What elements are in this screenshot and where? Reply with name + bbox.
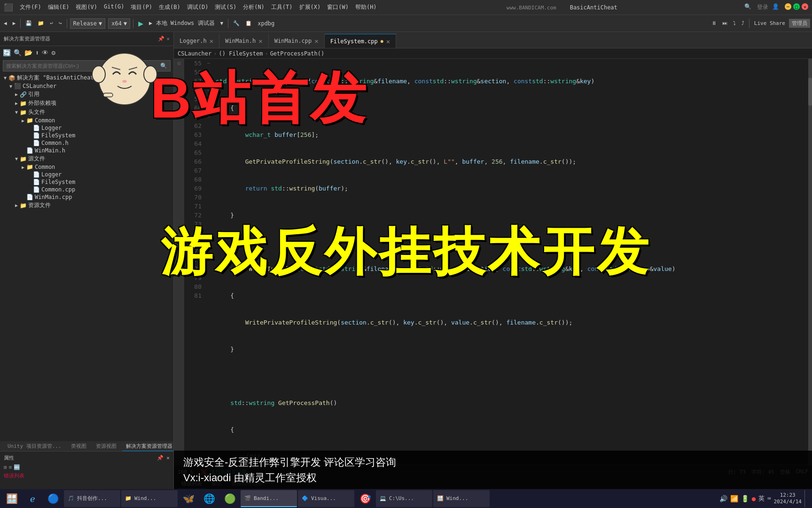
toolbar-step[interactable]: ⏭ <box>720 19 729 27</box>
tab-logger-h[interactable]: Logger.h ✕ <box>174 34 219 48</box>
unity-tab[interactable]: Unity 项目资源管... <box>4 442 65 451</box>
toolbar-pause[interactable]: ⏸ <box>710 19 718 27</box>
breakpoint-area[interactable]: ⊡ <box>178 61 180 66</box>
prop-sort-icon[interactable]: 🔤 <box>14 464 20 470</box>
live-share-btn[interactable]: Live Share <box>752 19 787 27</box>
taskbar-douyin[interactable]: 🎵抖音创作... <box>64 490 120 507</box>
collapse-btn[interactable]: 📂 <box>23 48 33 57</box>
tree-references[interactable]: ▶ 🔗 引用 <box>0 90 173 99</box>
taskbar-bird[interactable]: 🦋 <box>179 490 198 507</box>
menu-test[interactable]: 测试(S) <box>212 2 239 12</box>
toolbar-debug-config[interactable]: ▼ <box>219 19 226 27</box>
tree-source-files[interactable]: ▼ 📁 源文件 <box>0 154 173 163</box>
tree-winmain-cpp[interactable]: 📄 WinMain.cpp <box>0 193 173 201</box>
tree-header-logger[interactable]: 📄 Logger <box>0 124 173 132</box>
prop-grid-icon[interactable]: ⊞ <box>4 464 7 470</box>
toolbar-forward[interactable]: ▶ <box>11 19 18 27</box>
taskbar-windows1[interactable]: 📁Wind... <box>121 490 178 507</box>
run-label[interactable]: ▶ 本地 Windows 调试器 <box>147 18 216 28</box>
tree-header-filesystem[interactable]: 📄 FileSystem <box>0 132 173 139</box>
tree-header-common-h[interactable]: 📄 Common.h <box>0 139 173 147</box>
solution-explorer-tab[interactable]: 解决方案资源管理器 <box>122 442 173 451</box>
menu-file[interactable]: 文件(F) <box>17 2 44 12</box>
toolbar-open[interactable]: 📁 <box>36 19 46 27</box>
sidebar-close[interactable]: ✕ <box>166 36 170 42</box>
taskbar-edge[interactable]: 🌐 <box>199 490 219 507</box>
toolbar-save[interactable]: 💾 <box>23 19 34 27</box>
run-button[interactable]: ▶ <box>136 17 145 29</box>
toolbar-stepout[interactable]: ⤴ <box>740 19 746 27</box>
tree-source-logger[interactable]: 📄 Logger <box>0 171 173 178</box>
menu-project[interactable]: 项目(P) <box>128 2 155 12</box>
taskbar-chrome[interactable]: 🔵 <box>43 490 63 507</box>
maximize-button[interactable]: □ <box>793 3 800 10</box>
tray-icon-1[interactable]: 🔊 <box>719 495 727 502</box>
menu-edit[interactable]: 编辑(E) <box>45 2 72 12</box>
show-desktop[interactable] <box>804 490 806 507</box>
taskbar-extra1[interactable]: 🟢 <box>220 490 240 507</box>
tab-logger-h-close[interactable]: ✕ <box>210 37 213 45</box>
taskbar-visual-studio[interactable]: 🔷Visua... <box>298 490 354 507</box>
tree-source-filesystem[interactable]: 📄 FileSystem <box>0 178 173 186</box>
search-input[interactable] <box>6 63 160 69</box>
tree-resources[interactable]: ▶ 📁 资源文件 <box>0 201 173 210</box>
tab-winmain-cpp-close[interactable]: ✕ <box>314 37 318 45</box>
tab-winmain-cpp[interactable]: WinMain.cpp ✕ <box>269 34 325 48</box>
code-content[interactable]: std::wstring ReadIniValue(const std::wst… <box>212 59 808 465</box>
menu-bar[interactable]: 文件(F) 编辑(E) 视图(V) Git(G) 项目(P) 生成(B) 调试(… <box>17 2 380 12</box>
taskbar-windows2[interactable]: 🪟Wind... <box>433 490 490 507</box>
menu-analyze[interactable]: 分析(N) <box>240 2 267 12</box>
prop-list-icon[interactable]: ≡ <box>9 464 12 470</box>
tab-winmain-h[interactable]: WinMain.h ✕ <box>219 34 268 48</box>
tree-source-common[interactable]: ▶ 📁 Common <box>0 163 173 171</box>
taskbar-extra2[interactable]: 🎯 <box>355 490 375 507</box>
tree-header-common[interactable]: ▶ 📁 Common <box>0 117 173 124</box>
window-controls[interactable]: 🔍 登录 👤 ─ □ ✕ <box>744 3 808 11</box>
tray-icon-2[interactable]: 📶 <box>730 495 738 502</box>
tree-solution[interactable]: ▼ 📦 解决方案 "BasicAntiCheat" (1 项目/共 1) <box>0 73 173 82</box>
menu-tools[interactable]: 工具(T) <box>268 2 296 12</box>
breadcrumb-namespace[interactable]: () FileSystem <box>219 50 263 57</box>
start-button[interactable]: 🪟 <box>2 490 22 507</box>
toolbar-extra1[interactable]: 🔧 <box>231 19 242 27</box>
manage-btn[interactable]: 管理员 <box>789 19 810 28</box>
taskbar-cus[interactable]: 💻C:\Us... <box>376 490 432 507</box>
toolbar-undo[interactable]: ↩ <box>48 19 55 27</box>
git-btn[interactable]: ⬆ <box>34 48 40 57</box>
clock[interactable]: 12:23 2024/4/14 <box>773 492 802 506</box>
tray-icon-bandicam[interactable]: ● <box>752 495 756 502</box>
menu-build[interactable]: 生成(B) <box>156 2 183 12</box>
tree-external-deps[interactable]: ▶ 📁 外部依赖项 <box>0 99 173 108</box>
menu-debug[interactable]: 调试(D) <box>184 2 211 12</box>
toolbar-back[interactable]: ◀ <box>2 19 9 27</box>
sidebar-pin[interactable]: 📌 <box>158 36 164 42</box>
tray-lang[interactable]: 英 <box>758 494 765 503</box>
resource-view-tab[interactable]: 资源视图 <box>92 442 120 451</box>
taskbar-internet-explorer[interactable]: ℯ <box>23 490 42 507</box>
tree-winmain-h[interactable]: 📄 WinMain.h <box>0 147 173 154</box>
tray-icon-3[interactable]: 🔋 <box>741 495 749 502</box>
menu-window[interactable]: 窗口(W) <box>324 2 351 12</box>
editor-scrollbar[interactable] <box>808 59 812 465</box>
arch-dropdown[interactable]: x64 ▼ <box>108 18 130 29</box>
menu-help[interactable]: 帮助(H) <box>352 2 380 12</box>
tab-filesystem-cpp-close[interactable]: ✕ <box>386 38 390 45</box>
settings-btn[interactable]: ⚙ <box>50 48 56 57</box>
taskbar-bandicam[interactable]: 🎬Bandi... <box>241 490 297 507</box>
breadcrumb-project[interactable]: CSLauncher <box>178 50 211 57</box>
search-box[interactable]: 🔍 <box>3 60 171 71</box>
menu-view[interactable]: 视图(V) <box>73 2 100 12</box>
sync-btn[interactable]: 🔄 <box>2 48 12 57</box>
toolbar-extra2[interactable]: 📋 <box>243 19 254 27</box>
show-all-btn[interactable]: 👁 <box>41 48 49 57</box>
toolbar-redo[interactable]: ↪ <box>57 19 64 27</box>
tray-icon-keyboard[interactable]: ⌨ <box>767 495 771 502</box>
tree-header-files[interactable]: ▼ 📁 头文件 <box>0 108 173 117</box>
tree-project[interactable]: ▼ ⬛ CSLauncher <box>0 82 173 90</box>
close-button[interactable]: ✕ <box>802 3 808 10</box>
config-dropdown[interactable]: Release ▼ <box>70 18 106 29</box>
class-view-tab[interactable]: 类视图 <box>67 442 90 451</box>
tree-source-common-cpp[interactable]: 📄 Common.cpp <box>0 186 173 193</box>
filter-btn[interactable]: 🔍 <box>13 48 23 57</box>
menu-git[interactable]: Git(G) <box>101 2 127 12</box>
